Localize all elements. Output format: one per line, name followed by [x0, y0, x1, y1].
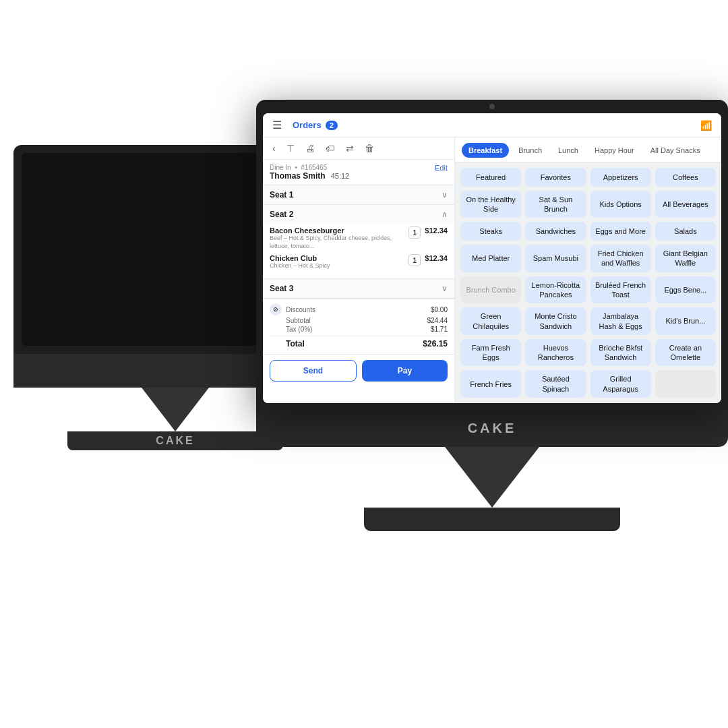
seat-2-items: Bacon Cheeseburger Beef – Hot & Spicy, C…: [263, 224, 454, 278]
customer-stand-triangle: [142, 388, 209, 431]
order-meta: Dine In • #165465: [270, 164, 349, 171]
seat-1-section: Seat 1 ∨: [263, 185, 454, 205]
customer-name: Thomas Smith: [270, 171, 326, 181]
pos-screen: ☰ Orders 2 📶 ‹ ⊤ 🖨 🏷 ⇄ 🗑: [263, 113, 721, 403]
discounts-row: ⊘ Discounts $0.00: [270, 303, 448, 315]
total-value: $26.15: [423, 339, 448, 348]
tab-brunch[interactable]: Brunch: [512, 143, 549, 158]
order-item-bacon[interactable]: Bacon Cheeseburger Beef – Hot & Spicy, C…: [270, 226, 448, 250]
discounts-icon: ⊘: [270, 303, 282, 315]
discounts-value: $0.00: [431, 306, 448, 313]
tab-breakfast[interactable]: Breakfast: [462, 143, 509, 158]
bacon-burger-info: Bacon Cheeseburger Beef – Hot & Spicy, C…: [270, 226, 404, 250]
menu-item[interactable]: Sandwiches: [525, 222, 586, 241]
seat-1-header[interactable]: Seat 1 ∨: [263, 185, 454, 204]
orders-label: Orders: [293, 120, 322, 130]
bacon-burger-price: $12.34: [425, 226, 448, 235]
tab-happy-hour[interactable]: Happy Hour: [588, 143, 641, 158]
chicken-club-info: Chicken Club Chicken – Hot & Spicy: [270, 254, 404, 270]
menu-item[interactable]: Featured: [460, 168, 521, 187]
send-button[interactable]: Send: [270, 360, 357, 382]
menu-item[interactable]: On the Healthy Side: [460, 191, 521, 218]
category-tabs: Breakfast Brunch Lunch Happy Hour All Da…: [455, 138, 721, 162]
menu-item[interactable]: Eggs Bene...: [655, 276, 716, 304]
menu-panel: Breakfast Brunch Lunch Happy Hour All Da…: [455, 138, 721, 403]
menu-item: [655, 370, 716, 398]
pos-body: ‹ ⊤ 🖨 🏷 ⇄ 🗑 Dine In • #165465: [263, 138, 721, 403]
bacon-burger-qty: 1: [408, 226, 421, 239]
seat-3-section: Seat 3 ∨: [263, 279, 454, 299]
chicken-club-name: Chicken Club: [270, 254, 404, 262]
menu-grid: FeaturedFavoritesAppetizersCoffeesOn the…: [455, 162, 721, 403]
seat-1-toggle: ∨: [442, 190, 448, 200]
menu-item[interactable]: Bruléed French Toast: [590, 276, 651, 304]
chicken-club-desc: Chicken – Hot & Spicy: [270, 262, 404, 270]
order-panel: ‹ ⊤ 🖨 🏷 ⇄ 🗑 Dine In • #165465: [263, 138, 455, 403]
seat-2-section: Seat 2 ∧ Bacon Cheeseburger Beef – Hot &…: [263, 205, 454, 279]
order-timer: 45:12: [331, 172, 350, 180]
bacon-burger-name: Bacon Cheeseburger: [270, 226, 404, 235]
menu-item[interactable]: Farm Fresh Eggs: [460, 339, 521, 367]
menu-item[interactable]: Steaks: [460, 222, 521, 241]
menu-item[interactable]: All Beverages: [655, 191, 716, 218]
orders-badge: 2: [326, 121, 338, 130]
back-button[interactable]: ‹: [270, 142, 278, 155]
tag-icon[interactable]: 🏷: [323, 142, 338, 155]
menu-item[interactable]: Brioche Bkfst Sandwich: [590, 339, 651, 367]
pos-stand: [445, 447, 539, 508]
orders-tab[interactable]: Orders 2: [293, 120, 338, 130]
menu-item[interactable]: Sat & Sun Brunch: [525, 191, 586, 218]
wifi-icon: 📶: [700, 120, 712, 131]
menu-item[interactable]: Grilled Asparagus: [590, 370, 651, 398]
total-row: Total $26.15: [270, 336, 448, 348]
tab-all-day-snacks[interactable]: All Day Snacks: [644, 143, 707, 158]
menu-item[interactable]: Coffees: [655, 168, 716, 187]
menu-item[interactable]: Kids Options: [590, 191, 651, 218]
menu-item[interactable]: Lemon-Ricotta Pancakes: [525, 276, 586, 304]
discounts-label: Discounts: [286, 306, 315, 313]
print-icon[interactable]: 🖨: [303, 142, 317, 155]
menu-item[interactable]: Med Platter: [460, 245, 521, 272]
customer-brand-label: CAKE: [156, 435, 194, 447]
menu-item[interactable]: French Fries: [460, 370, 521, 398]
pos-brand-label: CAKE: [468, 421, 517, 436]
tax-value: $1.71: [431, 326, 448, 333]
menu-item[interactable]: Jambalaya Hash & Eggs: [590, 307, 651, 335]
filter-icon[interactable]: ⊤: [284, 142, 297, 155]
bacon-burger-desc: Beef – Hot & Spicy, Cheddar cheese, pick…: [270, 235, 404, 250]
pay-button[interactable]: Pay: [362, 360, 448, 382]
seat-2-header[interactable]: Seat 2 ∧: [263, 205, 454, 224]
order-totals: ⊘ Discounts $0.00 Subtotal $24.44: [263, 299, 454, 354]
menu-item[interactable]: Giant Belgian Waffle: [655, 245, 716, 272]
seat-3-toggle: ∨: [442, 284, 448, 293]
menu-icon[interactable]: ☰: [272, 119, 282, 131]
menu-item[interactable]: Eggs and More: [590, 222, 651, 241]
transfer-icon[interactable]: ⇄: [343, 142, 357, 155]
subtotal-row: Subtotal $24.44: [270, 317, 448, 324]
seat-2-label: Seat 2: [270, 210, 293, 219]
pos-terminal-base-wrap: CAKE: [256, 410, 728, 531]
menu-item[interactable]: Green Chilaquiles: [460, 307, 521, 335]
menu-item[interactable]: Kid's Brun...: [655, 307, 716, 335]
seat-2-toggle: ∧: [442, 210, 448, 219]
order-item-chicken[interactable]: Chicken Club Chicken – Hot & Spicy 1 $12…: [270, 254, 448, 270]
webcam-dot: [489, 104, 495, 109]
seat-3-header[interactable]: Seat 3 ∨: [263, 279, 454, 298]
menu-item[interactable]: Create an Omelette: [655, 339, 716, 367]
menu-item[interactable]: Appetizers: [590, 168, 651, 187]
menu-item[interactable]: Sautéed Spinach: [525, 370, 586, 398]
edit-button[interactable]: Edit: [435, 164, 448, 172]
menu-item[interactable]: Salads: [655, 222, 716, 241]
menu-item: Brunch Combo: [460, 276, 521, 304]
menu-item[interactable]: Spam Musubi: [525, 245, 586, 272]
tab-lunch[interactable]: Lunch: [551, 143, 585, 158]
tax-row: Tax (0%) $1.71: [270, 326, 448, 333]
order-info: Dine In • #165465 Thomas Smith 45:12 Edi…: [263, 160, 454, 185]
total-label: Total: [286, 339, 305, 348]
menu-item[interactable]: Fried Chicken and Waffles: [590, 245, 651, 272]
delete-icon[interactable]: 🗑: [362, 142, 377, 155]
menu-item[interactable]: Favorites: [525, 168, 586, 187]
menu-item[interactable]: Huevos Rancheros: [525, 339, 586, 367]
menu-item[interactable]: Monte Cristo Sandwich: [525, 307, 586, 335]
chicken-club-qty: 1: [408, 254, 421, 266]
